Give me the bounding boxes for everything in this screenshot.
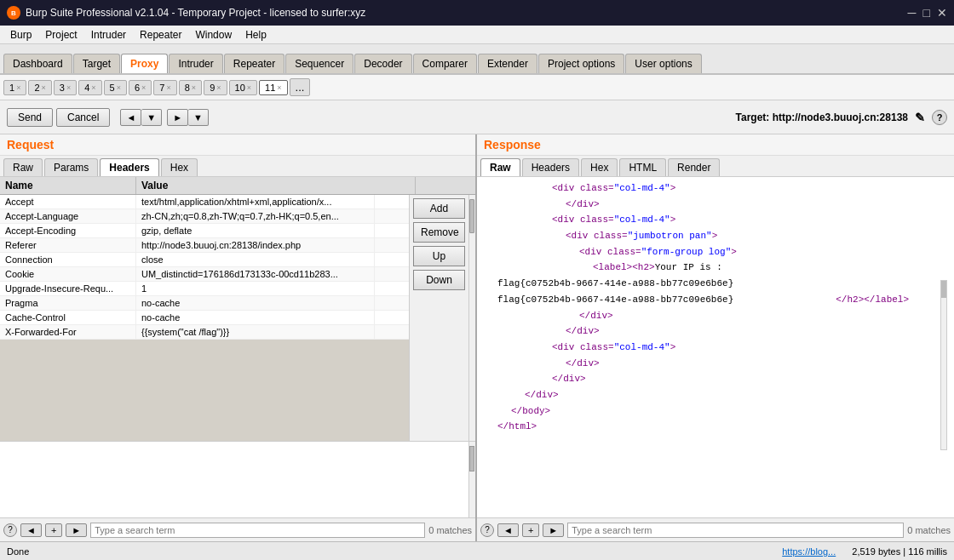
cell-name: Connection [0, 253, 136, 266]
status-text: Done [7, 546, 29, 557]
next-split-button[interactable]: ▼ [188, 109, 209, 126]
close-tab-9[interactable]: × [216, 83, 221, 92]
tab-headers[interactable]: Headers [100, 158, 158, 176]
req-tab-3[interactable]: 3 × [54, 80, 77, 95]
request-search-next2[interactable]: ► [66, 523, 87, 537]
req-tab-11[interactable]: 11 × [259, 80, 288, 95]
cell-name: Accept-Language [0, 209, 136, 223]
close-tab-5[interactable]: × [117, 83, 121, 92]
close-tab-10[interactable]: × [247, 83, 251, 92]
body-scrollbar[interactable] [468, 442, 475, 517]
response-scrollbar[interactable] [940, 280, 947, 450]
table-row[interactable]: Cache-Controlno-cache [0, 311, 409, 325]
req-tab-5[interactable]: 5 × [104, 80, 127, 95]
req-tab-6[interactable]: 6 × [129, 80, 152, 95]
close-tab-11[interactable]: × [277, 83, 281, 92]
tab-decoder[interactable]: Decoder [354, 54, 411, 73]
req-tab-9[interactable]: 9 × [204, 80, 227, 95]
menu-item-project[interactable]: Project [38, 27, 83, 43]
tab-raw[interactable]: Raw [3, 158, 43, 176]
down-button[interactable]: Down [413, 270, 465, 290]
cell-name: X-Forwarded-For [0, 325, 136, 339]
tab-sequencer[interactable]: Sequencer [285, 54, 353, 73]
close-tab-3[interactable]: × [66, 83, 71, 92]
tab-dashboard[interactable]: Dashboard [3, 54, 72, 73]
tab-comparer[interactable]: Comparer [413, 54, 477, 73]
req-tab-2[interactable]: 2 × [28, 80, 51, 95]
table-row[interactable]: Refererhttp://node3.buuoj.cn:28138/index… [0, 238, 409, 253]
col-value: Value [136, 177, 416, 194]
minimize-button[interactable]: ─ [908, 6, 917, 20]
tab-repeater[interactable]: Repeater [224, 54, 284, 73]
table-row[interactable]: Accepttext/html,application/xhtml+xml,ap… [0, 195, 409, 209]
tab-hex[interactable]: Hex [161, 158, 198, 176]
tab-params[interactable]: Params [44, 158, 98, 176]
up-button[interactable]: Up [413, 246, 465, 266]
table-row[interactable]: Pragmano-cache [0, 296, 409, 311]
edit-icon[interactable]: ✎ [915, 111, 925, 124]
request-tabs-row: 1 ×2 ×3 ×4 ×5 ×6 ×7 ×8 ×9 ×10 ×11 ×... [0, 75, 954, 100]
close-button[interactable]: ✕ [937, 6, 947, 20]
tab-headers-response[interactable]: Headers [522, 158, 579, 176]
table-row[interactable]: CookieUM_distinctid=176186d173133c-00cd1… [0, 267, 409, 282]
tab-html-response[interactable]: HTML [619, 158, 666, 176]
menu-item-help[interactable]: Help [238, 27, 273, 43]
menu-item-repeater[interactable]: Repeater [133, 27, 188, 43]
status-right: https://blog... 2,519 bytes | 116 millis [782, 546, 947, 557]
menu-item-window[interactable]: Window [188, 27, 238, 43]
response-search-next[interactable]: + [522, 523, 539, 537]
req-tab-10[interactable]: 10 × [229, 80, 258, 95]
prev-split-button[interactable]: ▼ [141, 109, 162, 126]
req-tab-7[interactable]: 7 × [153, 80, 176, 95]
response-search-prev[interactable]: ◄ [497, 523, 519, 537]
close-tab-1[interactable]: × [16, 83, 20, 92]
req-tab-4[interactable]: 4 × [78, 80, 101, 95]
table-scrollbar[interactable] [468, 195, 475, 441]
table-row[interactable]: Upgrade-Insecure-Requ...1 [0, 282, 409, 296]
request-search-prev[interactable]: ◄ [20, 523, 42, 537]
table-row[interactable]: Connectionclose [0, 253, 409, 267]
maximize-button[interactable]: □ [923, 6, 930, 20]
req-tab-1[interactable]: 1 × [3, 80, 26, 95]
remove-button[interactable]: Remove [413, 222, 465, 243]
tab-user-options[interactable]: User options [625, 54, 701, 73]
close-tab-7[interactable]: × [166, 83, 170, 92]
tab-raw-response[interactable]: Raw [480, 158, 520, 176]
tab-target[interactable]: Target [73, 54, 120, 73]
response-search-input[interactable] [567, 523, 904, 538]
table-row[interactable]: Accept-Encodinggzip, deflate [0, 224, 409, 238]
response-searchbar: ? ◄ + ► 0 matches [477, 517, 954, 541]
request-search-next[interactable]: + [45, 523, 62, 537]
response-search-next2[interactable]: ► [543, 523, 564, 537]
request-matches: 0 matches [428, 525, 472, 535]
request-help-button[interactable]: ? [3, 523, 17, 537]
add-button[interactable]: Add [413, 198, 465, 219]
status-link[interactable]: https://blog... [782, 546, 836, 557]
tab-extender[interactable]: Extender [478, 54, 537, 73]
req-tab-8[interactable]: 8 × [179, 80, 202, 95]
help-icon[interactable]: ? [932, 110, 947, 125]
cancel-button[interactable]: Cancel [56, 108, 110, 127]
request-search-input[interactable] [90, 523, 425, 538]
close-tab-6[interactable]: × [141, 83, 146, 92]
menu-item-burp[interactable]: Burp [3, 27, 38, 43]
send-button[interactable]: Send [7, 108, 53, 127]
window-controls[interactable]: ─ □ ✕ [908, 6, 947, 20]
tab-intruder[interactable]: Intruder [169, 54, 222, 73]
request-body-area[interactable] [0, 441, 475, 517]
response-help-button[interactable]: ? [480, 523, 494, 537]
table-row[interactable]: X-Forwarded-For{{system("cat /flag")}} [0, 325, 409, 340]
tab-hex-response[interactable]: Hex [581, 158, 618, 176]
tab-project-options[interactable]: Project options [538, 54, 624, 73]
close-tab-2[interactable]: × [42, 83, 46, 92]
tab-proxy[interactable]: Proxy [121, 54, 168, 73]
tab-render-response[interactable]: Render [668, 158, 720, 176]
close-tab-8[interactable]: × [192, 83, 196, 92]
req-tabs-more[interactable]: ... [290, 78, 311, 96]
response-label: Response [477, 134, 954, 156]
menu-item-intruder[interactable]: Intruder [84, 27, 133, 43]
close-tab-4[interactable]: × [91, 83, 95, 92]
prev-button[interactable]: ◄ [120, 109, 141, 126]
next-button[interactable]: ► [167, 109, 188, 126]
table-row[interactable]: Accept-Languagezh-CN,zh;q=0.8,zh-TW;q=0.… [0, 209, 409, 224]
